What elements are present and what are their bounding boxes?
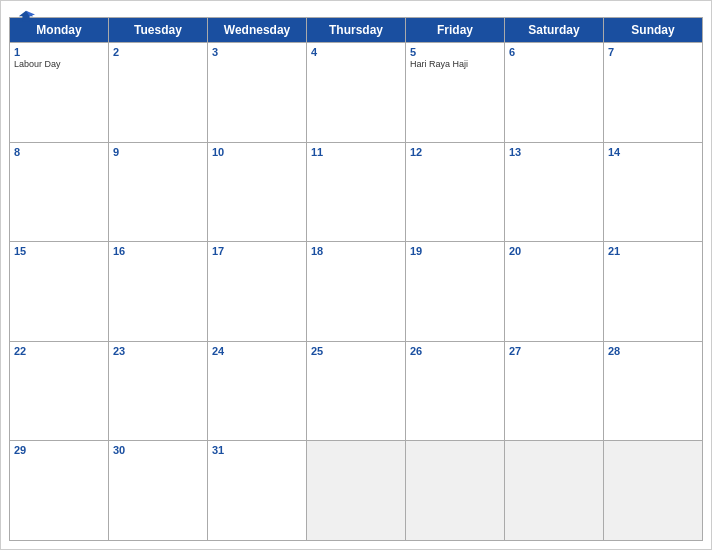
day-headers-row: MondayTuesdayWednesdayThursdayFridaySatu…	[10, 18, 703, 43]
day-event: Hari Raya Haji	[410, 59, 500, 70]
day-number: 3	[212, 46, 302, 58]
day-number: 6	[509, 46, 599, 58]
week-row-5: 293031	[10, 441, 703, 541]
day-cell: 29	[10, 441, 109, 541]
day-cell: 21	[604, 242, 703, 342]
logo-bird-icon	[17, 9, 35, 27]
day-number: 22	[14, 345, 104, 357]
day-number: 12	[410, 146, 500, 158]
day-number: 19	[410, 245, 500, 257]
day-header-sunday: Sunday	[604, 18, 703, 43]
day-cell: 11	[307, 143, 406, 243]
day-number: 4	[311, 46, 401, 58]
day-cell: 16	[109, 242, 208, 342]
day-cell: 22	[10, 342, 109, 442]
day-number: 5	[410, 46, 500, 58]
day-number: 2	[113, 46, 203, 58]
day-number: 7	[608, 46, 698, 58]
day-header-thursday: Thursday	[307, 18, 406, 43]
day-cell: 23	[109, 342, 208, 442]
day-cell	[406, 441, 505, 541]
day-cell	[604, 441, 703, 541]
logo-blue	[17, 9, 37, 27]
day-cell: 5Hari Raya Haji	[406, 43, 505, 143]
day-number: 11	[311, 146, 401, 158]
day-cell: 2	[109, 43, 208, 143]
day-cell: 1Labour Day	[10, 43, 109, 143]
week-row-2: 891011121314	[10, 143, 703, 243]
day-number: 18	[311, 245, 401, 257]
day-number: 27	[509, 345, 599, 357]
svg-marker-0	[19, 11, 33, 22]
day-header-friday: Friday	[406, 18, 505, 43]
day-number: 29	[14, 444, 104, 456]
day-header-saturday: Saturday	[505, 18, 604, 43]
day-cell: 12	[406, 143, 505, 243]
day-number: 26	[410, 345, 500, 357]
day-number: 14	[608, 146, 698, 158]
day-number: 1	[14, 46, 104, 58]
day-number: 10	[212, 146, 302, 158]
day-cell: 27	[505, 342, 604, 442]
day-number: 23	[113, 345, 203, 357]
day-cell: 4	[307, 43, 406, 143]
day-number: 31	[212, 444, 302, 456]
day-cell: 8	[10, 143, 109, 243]
day-number: 9	[113, 146, 203, 158]
day-number: 20	[509, 245, 599, 257]
day-cell: 3	[208, 43, 307, 143]
day-cell: 7	[604, 43, 703, 143]
calendar-header	[1, 1, 711, 17]
logo	[17, 9, 37, 27]
day-number: 15	[14, 245, 104, 257]
day-number: 24	[212, 345, 302, 357]
day-cell: 31	[208, 441, 307, 541]
day-cell: 28	[604, 342, 703, 442]
day-header-tuesday: Tuesday	[109, 18, 208, 43]
day-cell: 6	[505, 43, 604, 143]
week-row-4: 22232425262728	[10, 342, 703, 442]
calendar-container: MondayTuesdayWednesdayThursdayFridaySatu…	[0, 0, 712, 550]
day-header-wednesday: Wednesday	[208, 18, 307, 43]
day-cell	[307, 441, 406, 541]
day-cell: 10	[208, 143, 307, 243]
day-event: Labour Day	[14, 59, 104, 70]
weeks-container: 1Labour Day2345Hari Raya Haji67891011121…	[10, 43, 703, 541]
day-cell: 13	[505, 143, 604, 243]
day-cell: 26	[406, 342, 505, 442]
week-row-1: 1Labour Day2345Hari Raya Haji67	[10, 43, 703, 143]
day-cell: 24	[208, 342, 307, 442]
week-row-3: 15161718192021	[10, 242, 703, 342]
day-cell: 19	[406, 242, 505, 342]
calendar-grid: MondayTuesdayWednesdayThursdayFridaySatu…	[9, 17, 703, 541]
day-number: 13	[509, 146, 599, 158]
day-cell: 9	[109, 143, 208, 243]
day-number: 28	[608, 345, 698, 357]
day-number: 16	[113, 245, 203, 257]
day-number: 21	[608, 245, 698, 257]
day-number: 25	[311, 345, 401, 357]
day-cell: 30	[109, 441, 208, 541]
day-number: 8	[14, 146, 104, 158]
day-cell: 17	[208, 242, 307, 342]
day-cell: 20	[505, 242, 604, 342]
day-cell: 14	[604, 143, 703, 243]
day-cell: 25	[307, 342, 406, 442]
day-number: 17	[212, 245, 302, 257]
day-number: 30	[113, 444, 203, 456]
day-cell: 18	[307, 242, 406, 342]
day-cell	[505, 441, 604, 541]
day-cell: 15	[10, 242, 109, 342]
